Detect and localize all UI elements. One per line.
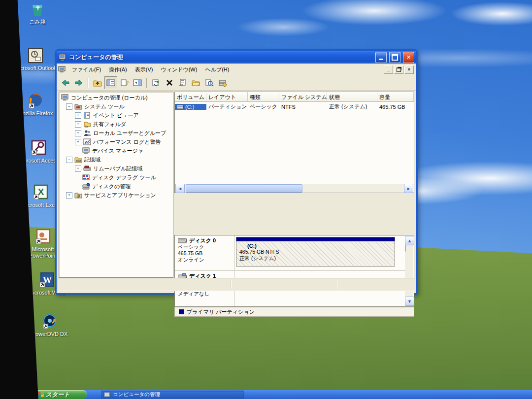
disk-0-info[interactable]: ディスク 0 ベーシック 465.75 GB オンライン xyxy=(175,235,234,270)
disk-0-row[interactable]: ディスク 0 ベーシック 465.75 GB オンライン (C:) 465.75… xyxy=(175,235,397,270)
device-manager-icon xyxy=(82,147,90,154)
taskbar-item-computer-management[interactable]: コンピュータの管理 xyxy=(101,391,244,399)
toolbar: ? xyxy=(57,75,416,91)
expand-box[interactable]: + xyxy=(75,121,81,128)
removable-storage-icon xyxy=(83,165,91,172)
find-button[interactable] xyxy=(203,76,216,89)
legend-primary-partition-label: プライマリ パーティション xyxy=(187,308,255,316)
minimize-button[interactable] xyxy=(375,52,387,63)
menu-action[interactable]: 操作(A) xyxy=(105,65,131,75)
vertical-scrollbar[interactable]: ▲ ▼ xyxy=(405,236,413,306)
tree-item-label: ディスク デフラグ ツール xyxy=(92,174,156,181)
up-one-level-button[interactable] xyxy=(91,76,104,89)
refresh-button[interactable] xyxy=(150,76,163,89)
window-titlebar[interactable]: コンピュータの管理 ✕ xyxy=(57,51,416,64)
menu-help[interactable]: ヘルプ(H) xyxy=(201,65,233,75)
svg-text:?: ? xyxy=(126,80,129,86)
expand-box[interactable]: + xyxy=(75,139,81,145)
properties-button[interactable] xyxy=(176,76,189,89)
disk-tools-button[interactable] xyxy=(216,76,229,89)
show-hide-console-tree-button[interactable] xyxy=(104,76,117,89)
tree-item-label: 共有フォルダ xyxy=(93,121,126,128)
desktop-icon-label: ごみ箱 xyxy=(15,19,60,25)
details-pane: ボリューム レイアウト 種類 ファイル システム 状態 容量 (C:) パーティ… xyxy=(174,92,414,276)
vertical-scroll-thumb[interactable] xyxy=(405,245,406,252)
scroll-down-arrow[interactable]: ▼ xyxy=(405,297,414,306)
partition-c[interactable]: (C:) 465.75 GB NTFS 正常 (システム) xyxy=(236,237,395,266)
tree-item-local-users-groups[interactable]: + ローカル ユーザーとグループ xyxy=(59,129,173,137)
tree-item-label: 記憶域 xyxy=(84,156,100,164)
up-folder-icon xyxy=(93,79,102,87)
column-header-type[interactable]: 種類 xyxy=(248,92,279,102)
start-button[interactable]: スタート xyxy=(34,390,87,399)
column-header-status[interactable]: 状態 xyxy=(327,92,377,102)
volume-cell-layout: パーティション xyxy=(206,103,248,110)
open-folder-button[interactable] xyxy=(190,76,202,89)
tree-item-shared-folders[interactable]: + 共有フォルダ xyxy=(59,120,173,129)
tree-item-disk-defragmenter[interactable]: ディスク デフラグ ツール xyxy=(59,173,173,182)
tree-item-storage[interactable]: − 記憶域 xyxy=(59,155,173,164)
column-header-filesystem[interactable]: ファイル システム xyxy=(279,92,327,102)
volume-cell-type: ベーシック xyxy=(248,103,279,110)
tree-item-disk-management[interactable]: ディスクの管理 xyxy=(59,182,173,191)
microsoft-powerpoint-icon xyxy=(34,229,51,245)
scroll-left-arrow[interactable]: ◄ xyxy=(175,184,185,193)
primary-partition-color-swatch xyxy=(179,309,184,314)
partition-size-fs: 465.75 GB NTFS xyxy=(236,249,395,255)
close-button[interactable]: ✕ xyxy=(403,52,414,63)
console-tree-icon xyxy=(106,79,115,87)
microsoft-access-icon xyxy=(30,140,47,157)
forward-button[interactable] xyxy=(72,76,85,89)
expand-box[interactable]: + xyxy=(66,192,72,199)
column-header-capacity[interactable]: 容量 xyxy=(377,92,414,102)
collapse-box[interactable]: − xyxy=(66,157,72,163)
tree-item-performance-logs[interactable]: + パフォーマンス ログと警告 xyxy=(59,137,173,146)
menu-file[interactable]: ファイル(F) xyxy=(68,65,105,75)
disk-status: オンライン xyxy=(178,257,233,263)
expand-box[interactable]: + xyxy=(75,130,81,136)
back-button[interactable] xyxy=(59,76,72,89)
tree-item-services-applications[interactable]: + サービスとアプリケーション xyxy=(59,191,173,200)
volume-list-pane[interactable]: ボリューム レイアウト 種類 ファイル システム 状態 容量 (C:) パーティ… xyxy=(174,92,414,193)
child-restore-button[interactable] xyxy=(394,66,403,74)
child-minimize-button[interactable]: _ xyxy=(384,66,393,74)
volume-row-c[interactable]: (C:) パーティション ベーシック NTFS 正常 (システム) 465.75… xyxy=(175,102,414,111)
scroll-up-arrow[interactable]: ▲ xyxy=(405,236,414,245)
delete-button[interactable] xyxy=(163,76,176,89)
expand-box[interactable]: + xyxy=(75,166,81,172)
window-title: コンピュータの管理 xyxy=(69,53,373,62)
child-close-button[interactable]: × xyxy=(404,66,414,74)
menu-view[interactable]: 表示(V) xyxy=(131,65,157,75)
tree-item-device-manager[interactable]: デバイス マネージャ xyxy=(59,146,173,155)
column-header-layout[interactable]: レイアウト xyxy=(206,92,248,102)
tree-item-system-tools[interactable]: − システム ツール xyxy=(59,102,173,111)
horizontal-scroll-thumb[interactable] xyxy=(186,184,302,193)
photographed-monitor-screen: ごみ箱 Microsoft Outlook Mozilla Firefox Mi… xyxy=(0,0,532,399)
maximize-button[interactable] xyxy=(389,52,400,63)
taskbar-item-icon xyxy=(103,392,110,398)
menu-window[interactable]: ウィンドウ(W) xyxy=(157,65,201,75)
tree-item-computer-management-root[interactable]: コンピュータの管理 (ローカル) xyxy=(59,93,173,102)
tree-item-event-viewer[interactable]: + イベント ビューア xyxy=(59,111,173,120)
desktop-icon-recycle-bin[interactable]: ごみ箱 xyxy=(15,1,60,25)
status-bar xyxy=(58,278,415,291)
expand-box[interactable]: + xyxy=(75,112,81,119)
tree-item-label: イベント ビューア xyxy=(93,112,139,119)
column-header-volume[interactable]: ボリューム xyxy=(175,92,206,102)
taskbar-item-label: コンピュータの管理 xyxy=(113,391,160,398)
disk-size: 465.75 GB xyxy=(178,250,233,257)
tree-item-removable-storage[interactable]: + リムーバブル記憶域 xyxy=(59,164,173,173)
magnifier-icon xyxy=(205,79,214,87)
delete-x-icon xyxy=(166,79,173,87)
collapse-box[interactable]: − xyxy=(66,103,72,110)
forward-arrow-icon xyxy=(74,79,83,87)
scroll-right-arrow[interactable]: ► xyxy=(404,184,413,193)
action-pane-button[interactable] xyxy=(131,76,144,89)
disk-tools-icon xyxy=(218,79,227,87)
microsoft-excel-icon: X xyxy=(32,184,49,201)
help-topics-button[interactable]: ? xyxy=(118,76,131,89)
horizontal-scrollbar[interactable]: ◄ ► xyxy=(175,184,413,192)
disk-0-graph: (C:) 465.75 GB NTFS 正常 (システム) xyxy=(234,235,397,270)
menu-bar: ファイル(F) 操作(A) 表示(V) ウィンドウ(W) ヘルプ(H) _ × xyxy=(57,64,416,76)
console-tree-pane[interactable]: コンピュータの管理 (ローカル) − システム ツール + イベント ビューア … xyxy=(59,92,173,278)
